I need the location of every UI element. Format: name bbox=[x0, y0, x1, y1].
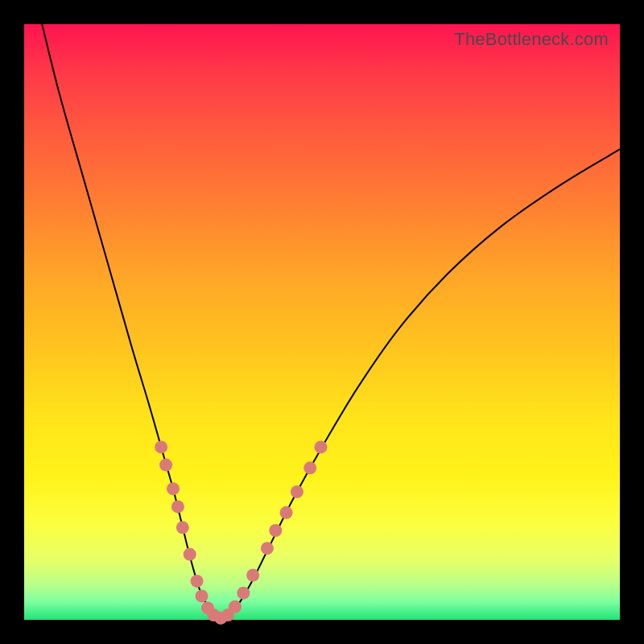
highlight-dot bbox=[196, 589, 208, 602]
highlight-dot bbox=[167, 482, 180, 495]
highlight-dot bbox=[171, 500, 184, 513]
highlight-dot bbox=[229, 601, 242, 613]
highlight-dot bbox=[246, 569, 259, 582]
highlight-dot bbox=[237, 587, 250, 600]
highlight-dot bbox=[184, 548, 196, 561]
plot-area: TheBottleneck.com bbox=[24, 24, 620, 620]
highlight-dot bbox=[261, 542, 274, 555]
chart-svg bbox=[24, 24, 620, 620]
chart-frame: TheBottleneck.com bbox=[0, 0, 644, 644]
highlight-dot bbox=[303, 461, 316, 474]
highlight-dot bbox=[269, 524, 282, 537]
highlight-dot bbox=[155, 440, 167, 453]
highlight-dot bbox=[176, 521, 189, 534]
highlight-dot bbox=[191, 575, 204, 588]
highlight-dot bbox=[280, 506, 293, 519]
highlight-dot bbox=[291, 485, 303, 498]
highlight-dot bbox=[159, 459, 172, 472]
bottleneck-curve-path bbox=[42, 24, 620, 620]
highlight-dot bbox=[315, 440, 328, 453]
highlight-dots-group bbox=[155, 440, 327, 624]
